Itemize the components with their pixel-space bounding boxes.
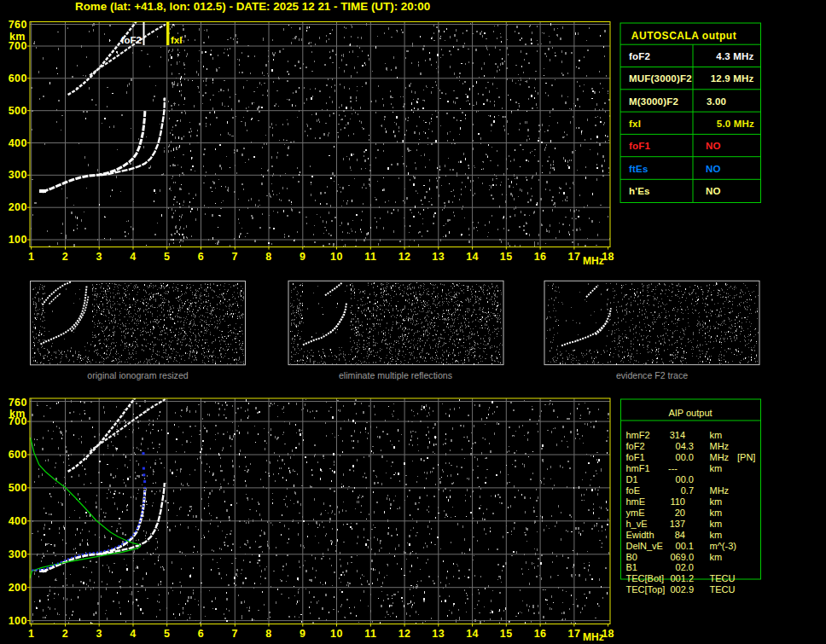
- svg-text:MUF(3000)F2: MUF(3000)F2: [629, 73, 692, 84]
- svg-text:foF1: foF1: [626, 452, 645, 462]
- svg-text:5: 5: [164, 628, 170, 640]
- svg-text:10: 10: [330, 628, 343, 640]
- svg-text:m^(-3): m^(-3): [710, 541, 736, 551]
- svg-text:TECU: TECU: [710, 573, 736, 583]
- svg-text:TECU: TECU: [710, 584, 736, 595]
- svg-text:foF2: foF2: [629, 51, 650, 61]
- svg-text:20: 20: [675, 508, 685, 518]
- svg-text:NO: NO: [706, 186, 721, 196]
- svg-text:MHz: MHz: [710, 485, 730, 496]
- svg-text:MHz: MHz: [710, 441, 730, 451]
- svg-text:12.9 MHz: 12.9 MHz: [711, 73, 754, 84]
- svg-text:6: 6: [198, 251, 204, 263]
- svg-text:00.0: 00.0: [676, 474, 694, 484]
- svg-text:11: 11: [364, 628, 376, 640]
- svg-text:3: 3: [96, 628, 102, 640]
- svg-text:001.2: 001.2: [670, 573, 694, 583]
- svg-text:200: 200: [9, 201, 27, 213]
- svg-text:17: 17: [567, 251, 580, 263]
- svg-text:16: 16: [534, 251, 547, 263]
- svg-text:04.3: 04.3: [676, 441, 694, 451]
- svg-text:foE: foE: [626, 485, 641, 496]
- svg-text:fxI: fxI: [629, 119, 641, 129]
- svg-text:100: 100: [9, 615, 27, 627]
- svg-text:hmE: hmE: [626, 496, 646, 507]
- svg-text:D1: D1: [626, 474, 638, 484]
- svg-text:2: 2: [62, 251, 68, 263]
- svg-text:6: 6: [198, 628, 204, 640]
- svg-text:002.9: 002.9: [670, 584, 694, 595]
- svg-text:8: 8: [265, 251, 271, 263]
- svg-text:110: 110: [670, 496, 685, 507]
- svg-text:400: 400: [9, 515, 27, 527]
- svg-text:8: 8: [265, 628, 271, 640]
- svg-text:km: km: [710, 496, 723, 507]
- svg-text:14: 14: [466, 628, 479, 640]
- svg-text:MHz: MHz: [583, 631, 604, 643]
- svg-text:1: 1: [28, 628, 34, 640]
- svg-text:84: 84: [675, 530, 685, 540]
- svg-text:13: 13: [432, 251, 445, 263]
- svg-text:Rome (lat: +41.8, lon: 012.5): Rome (lat: +41.8, lon: 012.5) - DATE: 20…: [75, 0, 430, 13]
- svg-text:600: 600: [9, 73, 27, 84]
- svg-text:400: 400: [9, 137, 27, 149]
- svg-text:069.0: 069.0: [670, 552, 694, 562]
- svg-text:4.3 MHz: 4.3 MHz: [716, 51, 753, 61]
- svg-text:0.7: 0.7: [681, 485, 694, 496]
- svg-text:760: 760: [9, 19, 27, 31]
- svg-text:foF2: foF2: [121, 35, 142, 45]
- svg-text:14: 14: [466, 251, 479, 263]
- svg-text:2: 2: [62, 628, 68, 640]
- svg-text:M(3000)F2: M(3000)F2: [629, 96, 678, 107]
- svg-text:3.00: 3.00: [707, 96, 726, 107]
- svg-text:300: 300: [9, 169, 27, 181]
- svg-text:314: 314: [670, 430, 685, 440]
- svg-text:fxI: fxI: [171, 35, 182, 45]
- svg-text:3: 3: [96, 251, 102, 263]
- svg-text:600: 600: [9, 449, 27, 461]
- svg-text:NO: NO: [706, 164, 721, 174]
- svg-text:AIP output: AIP output: [668, 408, 712, 418]
- svg-text:137: 137: [670, 519, 685, 529]
- svg-text:DelN_vE: DelN_vE: [626, 541, 663, 551]
- svg-text:12: 12: [398, 628, 411, 640]
- svg-text:km: km: [710, 519, 723, 529]
- svg-text:17: 17: [567, 628, 580, 640]
- svg-text:AUTOSCALA output: AUTOSCALA output: [631, 30, 736, 42]
- svg-text:B0: B0: [626, 552, 637, 562]
- svg-text:km: km: [710, 530, 723, 540]
- svg-text:02.0: 02.0: [676, 562, 694, 572]
- svg-text:foF2: foF2: [626, 441, 645, 451]
- svg-text:00.0: 00.0: [676, 452, 694, 462]
- svg-text:700: 700: [9, 40, 27, 52]
- svg-text:evidence F2 trace: evidence F2 trace: [616, 370, 688, 380]
- svg-text:hmF2: hmF2: [626, 430, 650, 440]
- svg-text:00.1: 00.1: [676, 541, 694, 551]
- svg-text:10: 10: [330, 251, 343, 263]
- svg-text:TEC[Top]: TEC[Top]: [626, 584, 666, 595]
- svg-text:7: 7: [232, 628, 238, 640]
- svg-text:760: 760: [9, 397, 27, 409]
- svg-text:foF1: foF1: [629, 141, 650, 151]
- svg-text:7: 7: [232, 251, 238, 263]
- svg-text:km: km: [710, 463, 723, 473]
- svg-text:ymE: ymE: [626, 508, 645, 518]
- svg-text:h_vE: h_vE: [626, 519, 648, 529]
- svg-text:---: ---: [668, 463, 678, 473]
- svg-text:5.0 MHz: 5.0 MHz: [717, 119, 754, 129]
- svg-text:[PN]: [PN]: [737, 452, 755, 462]
- svg-text:MHz: MHz: [583, 255, 604, 267]
- svg-text:ftEs: ftEs: [629, 164, 649, 174]
- svg-text:Ewidth: Ewidth: [626, 530, 654, 540]
- svg-text:5: 5: [164, 251, 170, 263]
- svg-text:16: 16: [534, 628, 547, 640]
- svg-text:hmF1: hmF1: [626, 463, 650, 473]
- svg-text:15: 15: [500, 251, 513, 263]
- svg-text:MHz: MHz: [710, 452, 730, 462]
- svg-text:300: 300: [9, 548, 27, 560]
- svg-text:km: km: [710, 430, 723, 440]
- svg-text:9: 9: [300, 251, 305, 263]
- svg-text:15: 15: [500, 628, 513, 640]
- svg-text:200: 200: [9, 582, 27, 594]
- svg-text:500: 500: [9, 482, 27, 494]
